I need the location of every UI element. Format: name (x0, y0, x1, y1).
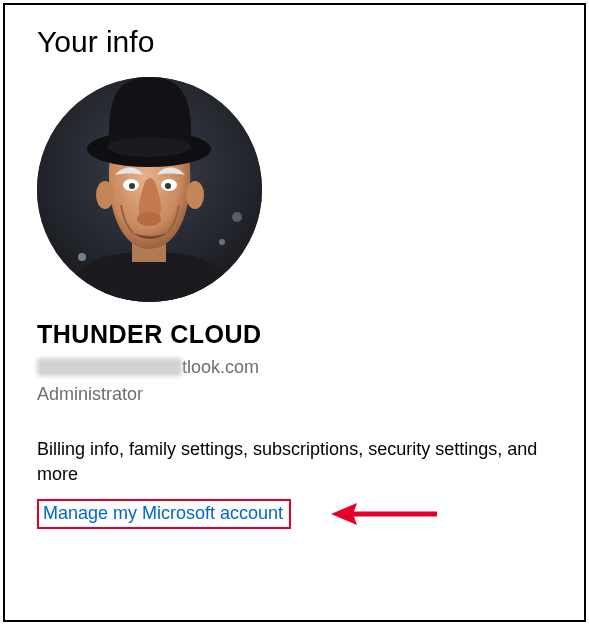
manage-link-row: Manage my Microsoft account (37, 499, 584, 529)
user-email: tlook.com (37, 355, 259, 378)
arrow-icon (329, 499, 439, 529)
svg-point-13 (107, 137, 191, 157)
svg-point-6 (186, 181, 204, 209)
section-description: Billing info, family settings, subscript… (37, 437, 584, 487)
svg-point-1 (78, 253, 86, 261)
svg-point-2 (219, 239, 225, 245)
email-visible-suffix: tlook.com (182, 357, 259, 378)
avatar-image (37, 77, 262, 302)
svg-point-3 (232, 212, 242, 222)
annotation-arrow (329, 499, 439, 529)
svg-point-5 (96, 181, 114, 209)
avatar[interactable] (37, 77, 262, 302)
page-title: Your info (37, 25, 584, 59)
svg-point-10 (165, 183, 171, 189)
settings-pane: Your info (3, 3, 586, 622)
user-role: Administrator (37, 384, 584, 405)
svg-point-11 (137, 212, 161, 226)
manage-account-link[interactable]: Manage my Microsoft account (37, 499, 291, 529)
user-display-name: THUNDER CLOUD (37, 320, 584, 349)
svg-point-9 (129, 183, 135, 189)
email-redacted-portion (37, 358, 182, 376)
